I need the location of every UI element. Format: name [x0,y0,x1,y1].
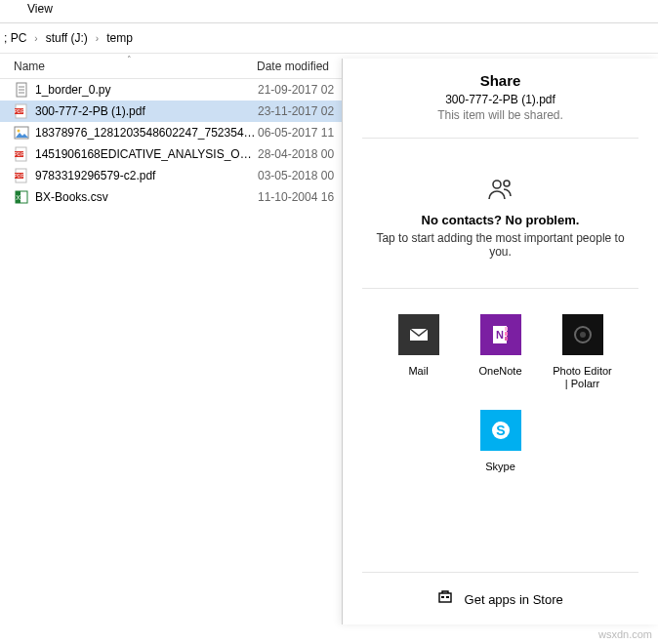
svg-text:N: N [496,329,504,341]
svg-rect-31 [439,593,451,602]
app-label: Photo Editor | Polarr [552,365,614,390]
file-type-icon: X [14,189,29,205]
file-type-icon [14,125,29,141]
breadcrumb-seg-folder[interactable]: temp [103,31,137,45]
svg-text:PDF: PDF [15,108,24,114]
file-date: 06-05-2017 11 [258,126,334,140]
file-row[interactable]: 18378976_1281203548602247_75235487_o...0… [0,122,342,143]
file-type-icon [14,82,29,98]
file-type-icon: PDF [14,146,29,162]
share-subtitle: This item will be shared. [374,108,627,122]
ribbon-tabs: View [0,0,658,23]
file-name: 18378976_1281203548602247_75235487_o... [35,126,258,140]
file-name: 300-777-2-PB (1).pdf [35,104,258,118]
app-tile-icon [398,314,439,355]
file-date: 21-09-2017 02 [258,83,334,97]
file-name: 9783319296579-c2.pdf [35,169,258,182]
watermark: wsxdn.com [598,628,652,640]
file-row[interactable]: PDF9783319296579-c2.pdf03-05-2018 00 [0,165,342,186]
get-apps-button[interactable]: Get apps in Store [362,572,638,607]
file-row[interactable]: PDF1451906168EDICATIVE_ANALYSIS_OF_DIA..… [0,143,342,165]
contacts-section[interactable]: No contacts? No problem. Tap to start ad… [362,139,638,289]
svg-text:PDF: PDF [15,173,24,179]
svg-rect-25 [505,337,508,341]
chevron-right-icon: › [30,33,41,44]
svg-text:S: S [496,423,505,438]
sort-asc-icon: ˄ [127,55,132,64]
breadcrumb: ; PC › stuff (J:) › temp [0,23,658,54]
share-app[interactable]: Photo Editor | Polarr [552,314,614,390]
column-headers: ˄ Name Date modified [0,54,342,79]
app-tile-icon: N [480,314,521,355]
svg-rect-23 [505,327,508,331]
app-tile-icon [562,314,603,355]
people-icon [374,178,627,207]
app-label: Skype [470,461,532,473]
no-contacts-text: Tap to start adding the most important p… [374,231,627,259]
file-name: 1_border_0.py [35,83,258,97]
svg-point-28 [580,332,586,338]
share-title: Share [374,72,627,89]
file-date: 28-04-2018 00 [258,147,334,161]
file-row[interactable]: PDF300-777-2-PB (1).pdf23-11-2017 02 [0,101,342,122]
svg-point-19 [504,181,510,186]
share-apps: MailNOneNotePhoto Editor | PolarrSSkype [343,289,658,474]
tab-view[interactable]: View [20,0,61,20]
app-label: Mail [388,365,450,378]
svg-point-18 [493,181,501,188]
file-name: BX-Books.csv [35,190,258,204]
file-row[interactable]: XBX-Books.csv11-10-2004 16 [0,186,342,208]
breadcrumb-seg-pc[interactable]: ; PC [0,31,30,45]
file-date: 11-10-2004 16 [258,190,334,204]
share-app[interactable]: SSkype [470,410,532,473]
svg-rect-32 [441,596,444,598]
app-tile-icon: S [480,410,521,451]
chevron-right-icon: › [92,33,103,44]
file-list: ˄ Name Date modified 1_border_0.py21-09-… [0,54,342,208]
store-label: Get apps in Store [465,592,563,607]
file-type-icon: PDF [14,168,29,183]
share-header: Share 300-777-2-PB (1).pdf This item wil… [362,59,638,139]
svg-rect-24 [505,332,508,336]
share-app[interactable]: Mail [388,314,450,390]
col-header-date[interactable]: Date modified [257,60,342,73]
svg-point-8 [18,130,21,133]
file-date: 23-11-2017 02 [258,104,334,118]
share-panel: Share 300-777-2-PB (1).pdf This item wil… [342,59,658,624]
file-type-icon: PDF [14,103,29,119]
svg-text:X: X [16,194,21,201]
app-label: OneNote [470,365,532,378]
file-name: 1451906168EDICATIVE_ANALYSIS_OF_DIA... [35,147,258,161]
svg-text:PDF: PDF [15,151,24,157]
no-contacts-title: No contacts? No problem. [374,213,627,227]
store-icon [437,593,456,607]
breadcrumb-seg-drive[interactable]: stuff (J:) [42,31,92,45]
svg-rect-33 [446,596,449,598]
file-date: 03-05-2018 00 [258,169,334,182]
file-row[interactable]: 1_border_0.py21-09-2017 02 [0,79,342,101]
share-filename: 300-777-2-PB (1).pdf [374,93,627,106]
share-app[interactable]: NOneNote [470,314,532,390]
